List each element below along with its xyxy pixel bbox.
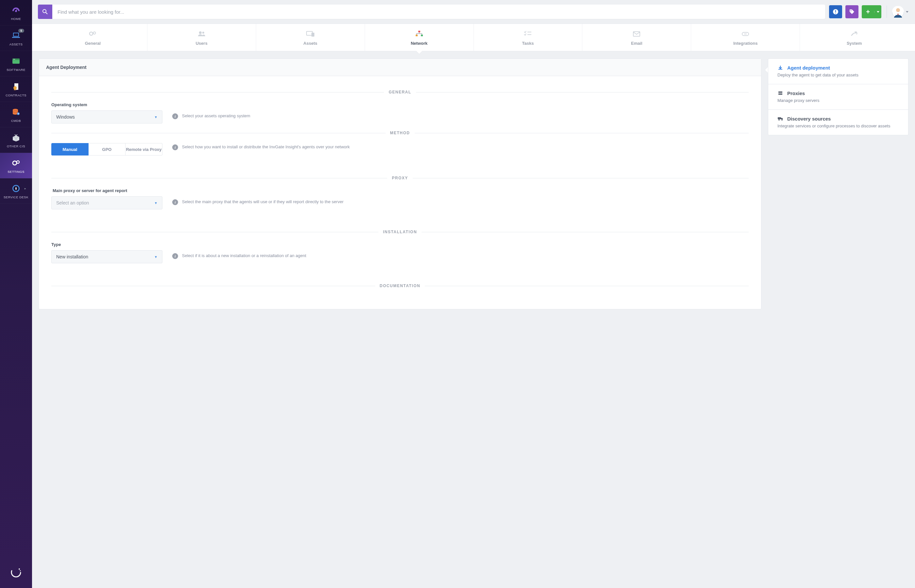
svg-point-48 (781, 119, 782, 121)
svg-point-18 (19, 569, 20, 570)
tab-label: Assets (303, 41, 317, 46)
side-proxies[interactable]: Proxies Manage proxy servers (768, 84, 908, 110)
proxy-hint: Select the main proxy that the agents wi… (182, 199, 343, 204)
tab-email[interactable]: Email (582, 24, 691, 51)
install-type-select[interactable]: New installation ▼ (51, 250, 162, 263)
network-icon (414, 30, 424, 37)
side-desc: Deploy the agent to get data of your ass… (778, 73, 899, 78)
tab-label: General (85, 41, 101, 46)
method-remote-proxy[interactable]: Remote via Proxy (126, 143, 162, 155)
brand-logo (0, 558, 32, 588)
side-desc: Integrate services or configure processe… (778, 123, 899, 128)
sidebar-item-contracts[interactable]: CONTRACTS (0, 76, 32, 102)
tab-general[interactable]: General (39, 24, 147, 51)
gears-icon (88, 30, 97, 37)
chevron-down-icon: ▼ (154, 115, 157, 119)
sidebar-item-label: ASSETS (10, 42, 23, 46)
tab-label: Network (411, 41, 427, 46)
gears-icon (11, 159, 21, 167)
svg-point-27 (850, 10, 852, 11)
section-method: METHOD (51, 131, 748, 135)
sidebar-item-software[interactable]: SOFTWARE (0, 51, 32, 76)
side-title: Agent deployment (787, 65, 830, 71)
window-icon (11, 57, 21, 65)
svg-line-23 (46, 13, 47, 14)
sidebar-item-home[interactable]: HOME (0, 0, 32, 26)
section-documentation: DOCUMENTATION (51, 284, 748, 288)
search-button[interactable] (38, 5, 52, 19)
tab-users[interactable]: Users (147, 24, 256, 51)
panel-title: Agent Deployment (39, 59, 761, 76)
doc-badge-icon (11, 82, 21, 91)
svg-point-7 (13, 59, 14, 60)
tab-label: Users (196, 41, 207, 46)
alerts-button[interactable] (829, 5, 842, 18)
sidebar-item-other-cis[interactable]: OTHER CIs (0, 128, 32, 153)
sidebar-item-label: SOFTWARE (6, 68, 25, 71)
svg-point-29 (896, 8, 900, 12)
tab-integrations[interactable]: Integrations (691, 24, 800, 51)
sidebar-item-service-desk[interactable]: ▸ SERVICE DESK (0, 178, 32, 204)
tab-tasks[interactable]: Tasks (474, 24, 583, 51)
svg-point-21 (20, 573, 21, 574)
chevron-down-icon: ▼ (154, 255, 157, 259)
user-menu[interactable] (892, 6, 909, 18)
side-agent-deployment[interactable]: Agent deployment Deploy the agent to get… (768, 59, 908, 84)
sidebar-item-cmdb[interactable]: CMDB (0, 102, 32, 128)
tags-button[interactable] (845, 5, 858, 18)
sidebar-item-label: CMDB (11, 119, 21, 123)
method-manual[interactable]: Manual (51, 143, 89, 155)
svg-point-22 (43, 10, 46, 13)
os-value: Windows (56, 114, 75, 120)
proxy-select[interactable]: Select an option ▼ (51, 196, 162, 209)
svg-rect-3 (14, 33, 18, 36)
svg-rect-45 (778, 94, 782, 95)
side-title: Proxies (787, 90, 805, 96)
svg-rect-37 (415, 35, 418, 36)
side-discovery-sources[interactable]: Discovery sources Integrate services or … (768, 110, 908, 135)
sidebar-item-settings[interactable]: SETTINGS (0, 153, 32, 178)
sidebar: HOME 5 ASSETS SOFTWARE CONTRACTS CMDB (0, 0, 32, 588)
side-panel: Agent deployment Deploy the agent to get… (768, 58, 909, 135)
sidebar-item-label: SETTINGS (8, 170, 24, 173)
proxy-label: Main proxy or server for agent report (51, 188, 162, 193)
svg-point-19 (20, 570, 21, 571)
database-icon (11, 108, 21, 116)
search-input[interactable] (52, 5, 825, 19)
os-select[interactable]: Windows ▼ (51, 110, 162, 123)
method-gpo[interactable]: GPO (89, 143, 126, 155)
chevron-right-icon: ▸ (24, 187, 26, 190)
svg-point-30 (89, 32, 93, 35)
svg-point-8 (15, 59, 15, 60)
box-icon (11, 133, 21, 142)
tab-system[interactable]: System (800, 24, 909, 51)
tab-label: System (847, 41, 862, 46)
sidebar-item-assets[interactable]: 5 ASSETS (0, 26, 32, 51)
compass-icon (11, 184, 21, 193)
tab-assets[interactable]: Assets (256, 24, 365, 51)
section-proxy: PROXY (51, 176, 748, 180)
info-icon: i (172, 199, 178, 205)
server-icon (778, 90, 783, 96)
svg-rect-25 (835, 10, 836, 12)
chevron-down-icon (906, 11, 909, 13)
svg-rect-46 (778, 117, 781, 119)
users-icon (197, 30, 206, 37)
sidebar-item-label: CONTRACTS (6, 94, 26, 97)
side-title: Discovery sources (787, 116, 831, 121)
os-hint: Select your assets operating system (182, 113, 250, 118)
checklist-icon (524, 30, 532, 37)
sidebar-item-label: OTHER CIs (7, 144, 25, 148)
add-button[interactable]: + (862, 5, 881, 18)
svg-rect-26 (835, 13, 836, 13)
truck-icon (778, 116, 783, 121)
chevron-down-icon: ▼ (154, 201, 157, 205)
add-dropdown-toggle[interactable] (874, 11, 881, 13)
alert-icon (833, 9, 839, 15)
tab-label: Email (631, 41, 642, 46)
side-desc: Manage proxy servers (778, 98, 899, 103)
tag-icon (849, 9, 855, 15)
tab-network[interactable]: Network (365, 24, 474, 51)
email-icon (632, 30, 641, 37)
svg-rect-35 (311, 33, 314, 37)
